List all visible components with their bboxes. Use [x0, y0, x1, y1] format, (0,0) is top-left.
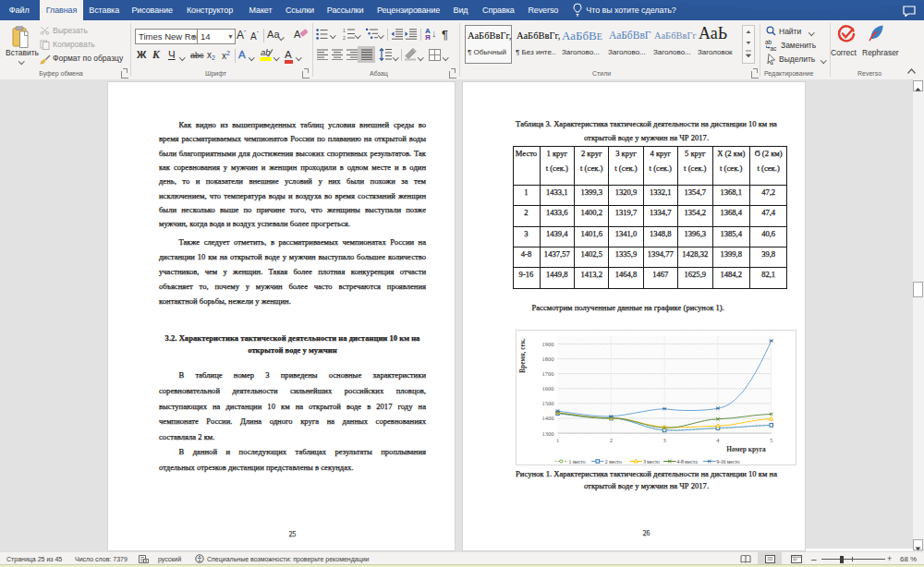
svg-text:1900: 1900 [542, 340, 554, 346]
svg-text:1600: 1600 [542, 385, 554, 392]
svg-text:1300: 1300 [542, 429, 554, 436]
svg-text:Время, сек.: Время, сек. [518, 337, 527, 372]
svg-text:2 место: 2 место [605, 458, 622, 464]
svg-text:9-16 место: 9-16 место [716, 458, 740, 464]
svg-text:2: 2 [610, 437, 613, 443]
svg-text:1: 1 [343, 28, 346, 33]
svg-text:1500: 1500 [542, 400, 554, 406]
svg-text:4-8 места: 4-8 места [676, 458, 698, 464]
svg-text:Номер круга: Номер круга [726, 444, 766, 452]
svg-text:5: 5 [770, 437, 772, 443]
svg-text:1800: 1800 [542, 356, 554, 362]
svg-text:ac: ac [771, 45, 778, 51]
svg-text:2: 2 [343, 35, 346, 41]
svg-text:1400: 1400 [542, 415, 554, 421]
svg-text:3: 3 [663, 437, 665, 443]
svg-text:1: 1 [556, 437, 559, 443]
svg-text:1 место: 1 место [569, 458, 586, 464]
svg-text:1700: 1700 [542, 370, 554, 377]
svg-text:3 место: 3 место [643, 458, 660, 464]
